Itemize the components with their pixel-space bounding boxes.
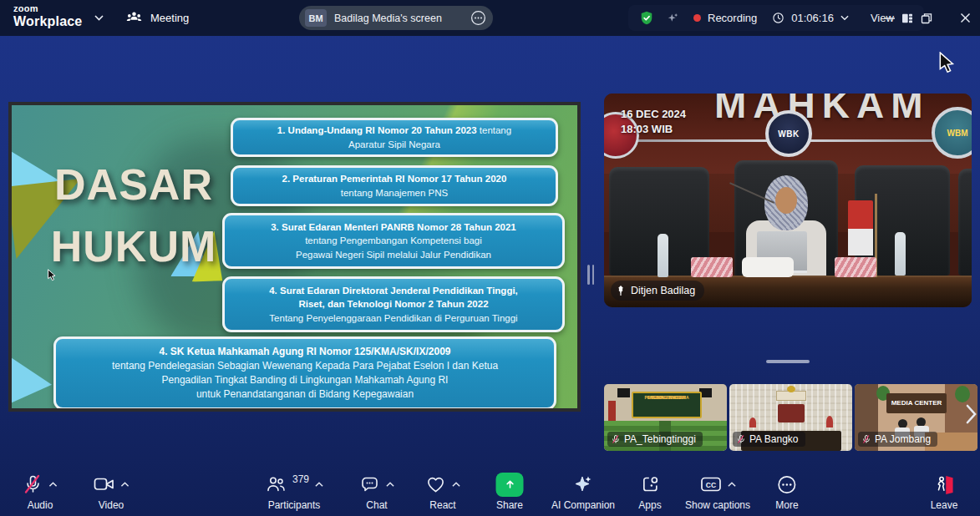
law-box-5-body: tentang Pendelegasian Sebagian Wewenang … [112,360,498,400]
more-button[interactable]: More [775,472,798,511]
speaker-box [617,388,630,397]
law-box-3-title: 3. Surat Edaran Menteri PANRB Nomor 28 T… [271,222,516,232]
timer-chevron-down-icon[interactable] [840,15,849,21]
captions-label: Show captions [685,499,750,511]
apps-button[interactable]: Apps [638,472,661,511]
slide-title: DASAR HUKUM [27,154,241,277]
video-timestamp-overlay: 16 DEC 2024 18:03 WIB [621,107,686,136]
slide-law-box-4: 4. Surat Edaran Direktorat Jenderal Pend… [222,276,565,332]
water-bottle [658,234,668,277]
slide-law-box-1: 1. Undang-Undang RI Nomor 20 Tahun 2023 … [231,118,558,157]
logo-zoom-text: zoom [13,4,82,13]
audio-options-chevron[interactable] [49,482,58,488]
flower-pot [749,417,756,427]
slide-cursor [48,269,58,282]
media-center-sign: MEDIA CENTER [886,393,947,413]
law-box-2-body: tentang Manajemen PNS [341,188,449,198]
panel-resize-handle[interactable] [587,265,594,285]
wbk-badge: WBK [765,110,812,157]
participants-count: 379 [292,473,309,485]
participant-name-pill: Ditjen Badilag [611,281,704,301]
filmstrip-next-button[interactable] [965,403,977,425]
recording-label[interactable]: Recording [708,12,757,24]
audio-button[interactable]: Audio [23,472,58,511]
react-options-chevron[interactable] [452,482,460,488]
law-box-5-title: 4. SK Ketua Mahkamah Agung RI Nomor 125/… [160,346,451,357]
participants-button[interactable]: 379 Participants [265,472,323,511]
mouse-cursor [939,52,957,75]
video-thumbnail-tebingtinggi[interactable]: MEDIA CENTER PENGADILAN AGAMA TEBING TIN… [604,384,727,451]
recording-dot-icon [693,14,701,22]
share-label: Share [496,499,523,511]
window-close-button[interactable] [951,0,979,36]
leave-label: Leave [931,499,958,511]
emblem [787,386,795,392]
decor-box [691,257,733,277]
share-button[interactable]: Share [496,472,524,511]
slide-law-box-2: 2. Peraturan Pemerintah RI Nomor 17 Tahu… [231,165,558,206]
react-button[interactable]: React [425,472,460,511]
decor-box [835,257,876,277]
water-bottle [895,232,906,276]
tab-meeting[interactable]: Meeting [125,0,189,36]
meeting-tab-label: Meeting [150,12,189,24]
leave-button[interactable]: Leave [931,472,958,511]
main-video-tile[interactable]: MAHKAM WBK WBM 16 DEC 2024 18:03 WIB Dit… [604,94,972,307]
video-date: 16 DEC 2024 [621,107,686,122]
slide-law-box-5: 4. SK Ketua Mahkamah Agung RI Nomor 125/… [53,336,556,410]
chat-icon [359,474,380,494]
wall-signage-text: MAHKAM [714,94,930,127]
indonesia-flag-white [848,229,873,255]
svg-text:CC: CC [705,481,715,489]
mic-muted-icon [23,473,43,495]
ai-companion-button[interactable]: AI Companion [551,472,615,511]
tissue-box [742,257,794,277]
indonesia-flag-red [848,200,873,229]
logo-workplace-text: Workplace [13,15,82,28]
participant-name: Ditjen Badilag [631,285,695,296]
window-minimize-button[interactable] [876,0,904,36]
flower-pot [826,416,833,427]
timer-clock-icon [772,12,785,24]
video-resize-handle[interactable] [766,360,810,363]
red-banner [778,404,805,422]
room-sign: MEDIA CENTER PENGADILAN AGAMA TEBING TIN… [632,392,702,418]
slide-decor-triangle [8,356,52,404]
meeting-people-icon [125,9,143,27]
chat-options-chevron[interactable] [386,482,394,488]
share-pill-menu-icon[interactable] [470,9,487,27]
ai-companion-status-icon[interactable] [665,11,680,26]
react-label: React [429,499,455,511]
share-arrow-icon [496,473,524,497]
slide-title-line1: DASAR [27,154,241,215]
video-thumbnail-bangko[interactable]: PA Bangko [729,384,852,451]
video-options-chevron[interactable] [121,482,129,488]
heart-icon [425,475,446,494]
video-label: Video [99,499,124,511]
apps-label: Apps [638,499,661,511]
shared-screen-pill[interactable]: BM Badilag Media's screen [299,6,493,30]
top-bar: zoom Workplace Meeting BM Badilag Media'… [0,0,980,36]
video-thumbnail-jombang[interactable]: MEDIA CENTER PA Jombang [855,384,977,451]
window-restore-button[interactable] [912,0,941,36]
slide-law-box-3: 3. Surat Edaran Menteri PANRB Nomor 28 T… [222,213,565,269]
speaker-face [775,187,797,214]
zoom-workplace-logo: zoom Workplace [13,4,82,28]
law-box-1-title: 1. Undang-Undang RI Nomor 20 Tahun 2023 [277,125,477,135]
sharer-avatar-badge: BM [305,9,327,27]
captions-options-chevron[interactable] [727,482,735,488]
more-label: More [775,499,798,511]
workspace-chevron-down-icon[interactable] [94,15,104,21]
leave-door-icon [933,473,954,495]
security-shield-icon[interactable] [638,10,655,27]
captions-button[interactable]: CC Show captions [685,472,750,511]
law-box-4-body: Tentang Penyelenggaraan Pendidikan di Pe… [269,313,517,323]
video-button[interactable]: Video [94,472,129,511]
law-box-2-title: 2. Peraturan Pemerintah RI Nomor 17 Tahu… [282,174,507,184]
chat-button[interactable]: Chat [359,472,394,511]
participants-icon [265,474,287,494]
participants-options-chevron[interactable] [315,482,323,488]
plant [955,386,970,402]
thumbnail-name-pill: PA_Tebingtinggi [607,432,703,447]
thumbnail-name: PA Jombang [875,433,931,445]
